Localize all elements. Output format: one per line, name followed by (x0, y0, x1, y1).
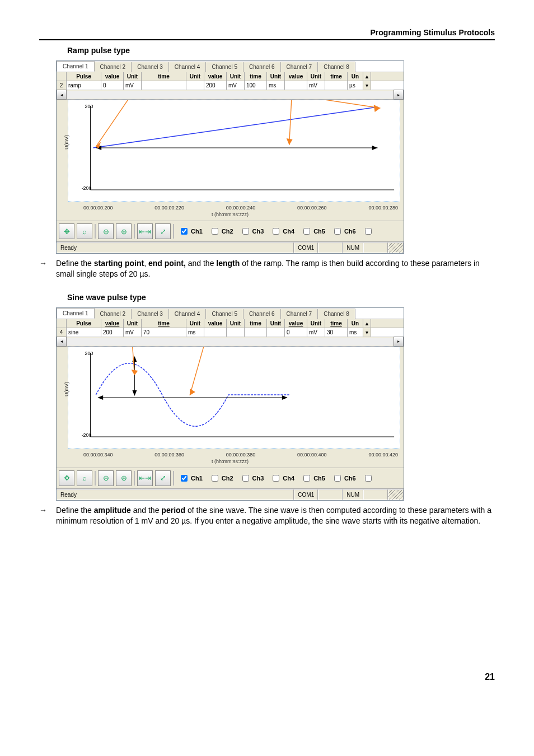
tab-channel-3[interactable]: Channel 3 (131, 62, 169, 72)
zoom-in-icon[interactable]: ⊕ (116, 223, 132, 239)
col-value2: value (204, 319, 227, 328)
bullet-arrow-icon: → (39, 505, 56, 526)
cell-hold-unit[interactable]: mV (307, 328, 325, 337)
ch2-checkbox[interactable]: Ch2 (209, 473, 233, 483)
ch1-checkbox[interactable]: Ch1 (179, 473, 203, 483)
zoom-select-icon[interactable]: ⌕ (77, 470, 92, 486)
ch6-checkbox[interactable]: Ch6 (332, 473, 356, 483)
status-com: COM1 (294, 242, 318, 253)
scroll-down-icon[interactable]: ▾ (363, 81, 371, 90)
y-axis-label: U(mV) (64, 135, 69, 150)
pan-icon[interactable]: ✥ (59, 223, 74, 239)
tab-channel-7[interactable]: Channel 7 (280, 309, 318, 319)
sine-app-window: Channel 1 Channel 2 Channel 3 Channel 4 … (56, 307, 404, 501)
scroll-up-icon[interactable]: ▴ (363, 319, 371, 328)
horizontal-scrollbar[interactable]: ◂ ▸ (57, 90, 404, 100)
cell-v3[interactable] (285, 81, 307, 90)
cell-pulse-type[interactable]: ramp (67, 81, 101, 90)
cell-end-unit[interactable]: mV (227, 81, 245, 90)
ch2-checkbox[interactable]: Ch2 (209, 226, 233, 236)
col-unit3: Unit (227, 72, 245, 81)
tab-channel-3[interactable]: Channel 3 (131, 309, 169, 319)
col-pulse: Pulse (67, 319, 101, 328)
x-axis-label: t (hh:mm:ss:zzz) (57, 212, 404, 217)
tab-channel-1[interactable]: Channel 1 (57, 308, 95, 319)
cell-un3[interactable]: µs (348, 81, 363, 90)
cell-t3[interactable] (325, 81, 348, 90)
zoom-out-icon[interactable]: ⊖ (98, 223, 114, 239)
cell-time1-unit[interactable] (186, 81, 204, 90)
cell-u2[interactable] (227, 328, 245, 337)
tab-channel-8[interactable]: Channel 8 (317, 62, 355, 72)
cell-v2[interactable] (204, 328, 227, 337)
tab-channel-5[interactable]: Channel 5 (205, 62, 243, 72)
scroll-left-icon[interactable]: ◂ (57, 90, 67, 100)
ch1-checkbox[interactable]: Ch1 (179, 226, 203, 236)
tab-channel-2[interactable]: Channel 2 (94, 309, 132, 319)
fit-icon[interactable]: ⇤⇥ (137, 223, 153, 239)
scroll-left-icon[interactable]: ◂ (57, 337, 67, 347)
scroll-down-icon[interactable]: ▾ (363, 328, 371, 337)
zoom-reset-icon[interactable]: ⤢ (155, 470, 171, 486)
bullet-arrow-icon: → (39, 258, 56, 279)
ch4-checkbox[interactable]: Ch4 (270, 473, 294, 483)
cell-hold-value[interactable]: 0 (285, 328, 307, 337)
cell-end-value[interactable]: 200 (204, 81, 227, 90)
cell-start-value[interactable]: 0 (101, 81, 124, 90)
ch-extra-checkbox[interactable] (363, 226, 373, 236)
pan-icon[interactable]: ✥ (59, 470, 74, 486)
tab-channel-5[interactable]: Channel 5 (205, 309, 243, 319)
zoom-out-icon[interactable]: ⊖ (98, 470, 114, 486)
fit-icon[interactable]: ⇤⇥ (137, 470, 153, 486)
ch5-checkbox[interactable]: Ch5 (301, 473, 325, 483)
resize-grip-icon[interactable] (388, 489, 404, 500)
ch4-checkbox[interactable]: Ch4 (270, 226, 294, 236)
cell-length[interactable]: 100 (245, 81, 267, 90)
scroll-right-icon[interactable]: ▸ (394, 90, 404, 100)
horizontal-scrollbar[interactable]: ◂ ▸ (57, 337, 404, 347)
ch3-checkbox[interactable]: Ch3 (240, 473, 264, 483)
tab-channel-4[interactable]: Channel 4 (168, 62, 207, 72)
tab-channel-1[interactable]: Channel 1 (57, 61, 95, 72)
ch6-checkbox[interactable]: Ch6 (332, 226, 356, 236)
col-unit2: Unit (186, 72, 204, 81)
tab-channel-6[interactable]: Channel 6 (243, 309, 281, 319)
resize-grip-icon[interactable] (388, 242, 404, 253)
tab-channel-8[interactable]: Channel 8 (317, 309, 355, 319)
svg-text:200: 200 (85, 351, 93, 356)
tab-channel-2[interactable]: Channel 2 (94, 62, 132, 72)
cell-t2[interactable] (245, 328, 267, 337)
row-number: 2 (57, 81, 67, 90)
svg-marker-24 (190, 389, 195, 395)
col-value2: value (204, 72, 227, 81)
scroll-right-icon[interactable]: ▸ (394, 337, 404, 347)
ch3-checkbox[interactable]: Ch3 (240, 226, 264, 236)
col-unit: Unit (124, 72, 142, 81)
cell-time1[interactable] (142, 81, 186, 90)
cell-period-unit[interactable]: ms (186, 328, 204, 337)
cell-period[interactable]: 70 (142, 328, 186, 337)
cell-hold-time[interactable]: 30 (325, 328, 348, 337)
ramp-trace (93, 107, 377, 148)
tab-channel-6[interactable]: Channel 6 (243, 62, 281, 72)
cell-hold-tunit[interactable]: ms (348, 328, 363, 337)
cell-amplitude[interactable]: 200 (101, 328, 124, 337)
zoom-select-icon[interactable]: ⌕ (77, 223, 92, 239)
cell-start-unit[interactable]: mV (124, 81, 142, 90)
zoom-reset-icon[interactable]: ⤢ (155, 223, 171, 239)
col-unit5: Unit (307, 72, 325, 81)
grid-data-row: 2 ramp 0 mV 200 mV 100 ms mV µs ▾ (57, 81, 404, 90)
cell-length-unit[interactable]: ms (267, 81, 285, 90)
status-ready: Ready (57, 242, 294, 253)
ch5-checkbox[interactable]: Ch5 (301, 226, 325, 236)
cell-amp-unit[interactable]: mV (124, 328, 142, 337)
zoom-in-icon[interactable]: ⊕ (116, 470, 132, 486)
scroll-up-icon[interactable]: ▴ (363, 72, 371, 81)
cell-ut2[interactable] (267, 328, 285, 337)
col-time3: time (325, 72, 348, 81)
cell-u3[interactable]: mV (307, 81, 325, 90)
tab-channel-7[interactable]: Channel 7 (280, 62, 318, 72)
ch-extra-checkbox[interactable] (363, 473, 373, 483)
cell-pulse-type[interactable]: sine (67, 328, 101, 337)
tab-channel-4[interactable]: Channel 4 (168, 309, 207, 319)
